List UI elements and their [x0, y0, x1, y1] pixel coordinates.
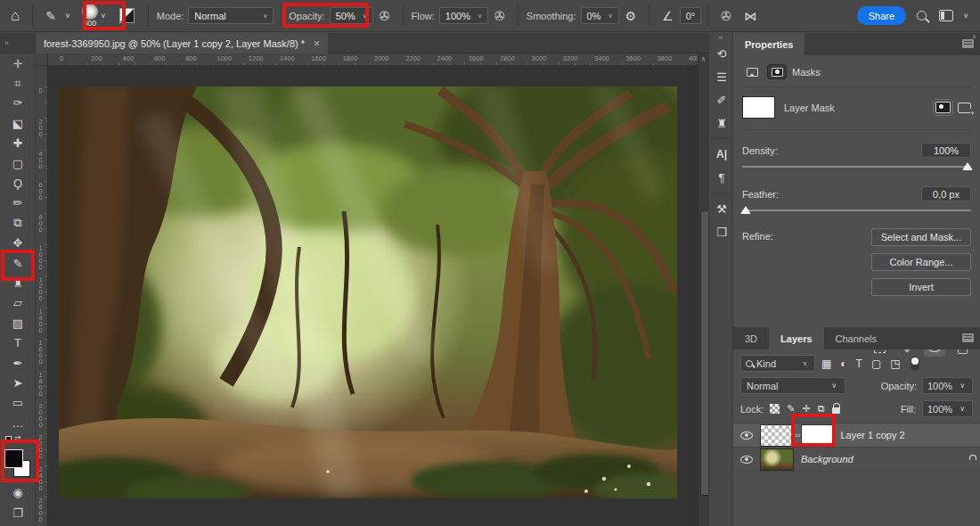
select-mask-icon[interactable] — [935, 102, 951, 113]
scrollbar-thumb[interactable] — [700, 210, 708, 496]
move-tool[interactable]: ✛ — [0, 53, 36, 73]
more-tools[interactable]: … — [0, 413, 36, 432]
history-icon[interactable]: ⟲ — [709, 42, 734, 65]
paint-bucket-tool[interactable]: ⬕ — [0, 113, 36, 133]
vertical-scrollbar[interactable]: ∧ — [698, 53, 708, 526]
screen-mode-button[interactable]: ❐ — [0, 503, 36, 522]
lock-artboard-icon[interactable]: ⧉ — [818, 403, 825, 415]
feather-value-field[interactable]: 0,0 px — [921, 186, 971, 201]
lock-transparency-icon[interactable] — [770, 404, 780, 414]
color-range-button[interactable]: Color Range... — [871, 253, 971, 271]
blend-mode-dropdown[interactable]: Normal ∨ — [188, 7, 274, 24]
density-slider[interactable] — [742, 161, 971, 174]
opacity-dropdown[interactable]: 50% ∨ — [330, 7, 373, 24]
brush-picker-chevron-icon[interactable]: ∨ — [98, 12, 109, 20]
filter-shape-layers-icon[interactable]: ▢ — [870, 358, 883, 370]
layer-mask-thumbnail[interactable] — [801, 424, 833, 447]
tab-layers[interactable]: Layers — [769, 327, 823, 349]
flow-dropdown[interactable]: 100% ∨ — [439, 7, 488, 24]
pressure-size-icon[interactable]: ✇ — [715, 9, 738, 23]
pen-tool[interactable]: ✒ — [0, 353, 36, 373]
canvas-image[interactable] — [59, 86, 677, 498]
expand-panels-arrow[interactable]: « — [709, 33, 732, 42]
airbrush-icon[interactable]: ✇ — [488, 9, 511, 23]
feather-slider-thumb[interactable] — [740, 206, 751, 214]
marquee-tool[interactable]: ▢ — [0, 153, 36, 173]
brushes-icon[interactable]: ✐ — [709, 88, 734, 111]
density-value-field[interactable]: 100% — [921, 143, 971, 158]
foreground-color-swatch[interactable] — [4, 449, 23, 468]
tab-channels[interactable]: Channels — [824, 327, 888, 349]
filter-smart-objects-icon[interactable]: ◳ — [888, 358, 902, 370]
gradient-tool[interactable]: ▨ — [0, 313, 36, 333]
layer-name[interactable]: Background — [801, 454, 968, 464]
default-swatches-row[interactable]: ⇄ — [0, 432, 35, 445]
layer-mask-thumbnail[interactable] — [742, 96, 775, 119]
density-slider-thumb[interactable] — [962, 162, 973, 170]
gear-icon[interactable]: ⚙ — [619, 9, 643, 23]
mask-properties-button[interactable] — [767, 64, 787, 79]
brush-tool[interactable]: ✎ — [0, 253, 36, 273]
layer-name[interactable]: Layer 1 copy 2 — [840, 430, 975, 440]
layer-blend-mode-dropdown[interactable]: Normal ∨ — [740, 377, 845, 394]
chevron-down-icon[interactable]: ∨ — [960, 12, 971, 20]
ruler-origin-corner[interactable] — [36, 53, 48, 66]
default-colors-icon[interactable] — [5, 436, 12, 442]
filter-pixel-layers-icon[interactable]: ▦ — [820, 358, 833, 370]
smoothing-dropdown[interactable]: 0% ∨ — [581, 7, 619, 24]
add-vector-mask-icon[interactable] — [958, 103, 971, 113]
tool-presets-icon[interactable]: ⚒ — [709, 197, 734, 220]
panel-menu-icon[interactable] — [962, 333, 974, 342]
layer-row-background[interactable]: Background — [733, 448, 980, 472]
layer-opacity-dropdown[interactable]: 100% ∨ — [922, 377, 973, 394]
type-tool[interactable]: T — [0, 333, 36, 352]
tab-properties[interactable]: Properties — [733, 33, 804, 55]
healing-brush-tool[interactable]: ✚ — [0, 134, 36, 153]
quick-mask-button[interactable]: ◉ — [0, 482, 36, 502]
filter-kind-dropdown[interactable]: Kind ∨ — [740, 355, 815, 372]
filter-toggle-switch[interactable] — [911, 357, 919, 371]
pressure-opacity-icon[interactable]: ✇ — [373, 9, 396, 23]
brush-angle-field[interactable]: 0° — [680, 7, 702, 24]
collapse-panels-arrow[interactable]: » — [972, 32, 976, 41]
layer-fill-dropdown[interactable]: 100% ∨ — [922, 400, 973, 417]
path-selection-tool[interactable]: ➤ — [0, 373, 36, 392]
paint-symmetry-icon[interactable]: ⋈ — [738, 9, 763, 23]
character-icon[interactable]: A| — [709, 143, 734, 166]
libraries-icon[interactable]: ❒ — [709, 220, 734, 243]
layer-row-layer-1-copy-2[interactable]: ∞ Layer 1 copy 2 — [733, 423, 980, 448]
brush-settings-toggle-icon[interactable] — [119, 8, 135, 23]
lock-all-icon[interactable] — [832, 407, 840, 414]
close-icon[interactable]: × — [314, 37, 320, 50]
layer-thumbnail[interactable] — [760, 424, 794, 447]
tools-collapse-arrow[interactable]: » — [0, 33, 35, 53]
quick-selection-tool[interactable]: ✏ — [0, 193, 36, 213]
eyedropper-tool[interactable]: ✑ — [0, 94, 36, 113]
object-selection-tool[interactable]: ⧉ — [0, 213, 36, 233]
crop-tool[interactable]: ⌗ — [0, 73, 36, 93]
active-tool-brush-icon[interactable]: ✎ — [39, 9, 62, 23]
invert-button[interactable]: Invert — [871, 278, 971, 296]
paragraph-icon[interactable]: ¶ — [709, 166, 734, 189]
brush-preset-picker[interactable]: 800 ∨ — [73, 4, 112, 28]
layer-visibility-toggle[interactable] — [740, 431, 760, 440]
document-tab[interactable]: forest-3369950.jpg @ 50% (Layer 1 copy 2… — [36, 33, 328, 53]
tool-preset-chevron-icon[interactable]: ∨ — [62, 12, 73, 20]
lasso-tool[interactable]: Ϙ — [0, 173, 36, 193]
tab-3d[interactable]: 3D — [733, 327, 769, 349]
search-icon[interactable] — [917, 11, 927, 21]
home-icon[interactable]: ⌂ — [0, 7, 26, 25]
feather-slider[interactable] — [742, 205, 971, 218]
pixel-properties-button[interactable] — [742, 64, 762, 79]
layer-thumbnail[interactable] — [760, 448, 794, 471]
filter-adjustment-layers-icon[interactable]: ◐ — [838, 358, 848, 370]
select-and-mask-button[interactable]: Select and Mask... — [871, 228, 971, 246]
brush-settings-icon[interactable]: ☰ — [709, 65, 734, 88]
eraser-tool[interactable]: ▱ — [0, 293, 36, 313]
layer-visibility-toggle[interactable] — [740, 456, 760, 464]
content-aware-move-tool[interactable]: ✥ — [0, 234, 36, 253]
workspace-switcher-icon[interactable] — [939, 10, 953, 21]
share-button[interactable]: Share — [857, 6, 906, 25]
scroll-up-icon[interactable]: ∧ — [698, 55, 708, 63]
lock-pixels-icon[interactable]: ✎ — [787, 403, 795, 415]
